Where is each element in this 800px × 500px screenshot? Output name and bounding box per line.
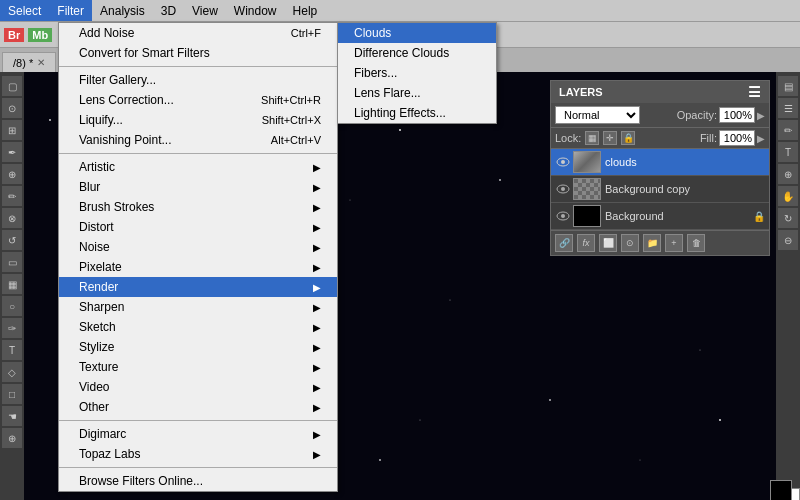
right-tool-2[interactable]: ☰ xyxy=(778,98,798,118)
layer-row-background[interactable]: Background 🔒 xyxy=(551,203,769,230)
layer-new-btn[interactable]: + xyxy=(665,234,683,252)
layers-menu-icon[interactable]: ☰ xyxy=(748,84,761,100)
tool-hand[interactable]: ☚ xyxy=(2,406,22,426)
menu-digimarc[interactable]: Digimarc ▶ xyxy=(59,424,337,444)
svg-point-15 xyxy=(549,399,551,401)
right-tool-1[interactable]: ▤ xyxy=(778,76,798,96)
tool-text[interactable]: T xyxy=(2,340,22,360)
tool-clone[interactable]: ⊗ xyxy=(2,208,22,228)
menu-noise[interactable]: Noise ▶ xyxy=(59,237,337,257)
menu-sharpen-label: Sharpen xyxy=(79,300,124,314)
menu-liquify[interactable]: Liquify... Shift+Ctrl+X xyxy=(59,110,337,130)
right-tool-zoom-out[interactable]: ⊖ xyxy=(778,230,798,250)
layer-link-btn[interactable]: 🔗 xyxy=(555,234,573,252)
menu-vanishing-point-shortcut: Alt+Ctrl+V xyxy=(271,134,321,146)
menu-convert-smart[interactable]: Convert for Smart Filters xyxy=(59,43,337,63)
menu-video[interactable]: Video ▶ xyxy=(59,377,337,397)
menu-window[interactable]: Window xyxy=(226,0,285,21)
foreground-color-swatch[interactable] xyxy=(770,480,792,500)
submenu-clouds[interactable]: Clouds xyxy=(338,23,496,43)
menu-view[interactable]: View xyxy=(184,0,226,21)
menu-artistic[interactable]: Artistic ▶ xyxy=(59,157,337,177)
tool-history[interactable]: ↺ xyxy=(2,230,22,250)
right-tool-rotate[interactable]: ↻ xyxy=(778,208,798,228)
menu-render[interactable]: Render ▶ xyxy=(59,277,337,297)
left-toolbar: ▢ ⊙ ⊞ ✒ ⊕ ✏ ⊗ ↺ ▭ ▦ ○ ✑ T ◇ □ ☚ ⊕ xyxy=(0,72,24,500)
layer-thumb-bg-copy xyxy=(573,178,601,200)
menu-filter-gallery[interactable]: Filter Gallery... xyxy=(59,70,337,90)
layer-thumb-background xyxy=(573,205,601,227)
right-tool-zoom[interactable]: ⊕ xyxy=(778,164,798,184)
menu-sharpen[interactable]: Sharpen ▶ xyxy=(59,297,337,317)
menu-lens-correction[interactable]: Lens Correction... Shift+Ctrl+R xyxy=(59,90,337,110)
layer-fx-btn[interactable]: fx xyxy=(577,234,595,252)
opacity-arrow[interactable]: ▶ xyxy=(757,110,765,121)
tab-close-0[interactable]: ✕ xyxy=(37,57,45,68)
menu-vanishing-point[interactable]: Vanishing Point... Alt+Ctrl+V xyxy=(59,130,337,150)
tool-zoom[interactable]: ⊕ xyxy=(2,428,22,448)
menu-pixelate-label: Pixelate xyxy=(79,260,122,274)
menu-other[interactable]: Other ▶ xyxy=(59,397,337,417)
fill-input[interactable] xyxy=(719,130,755,146)
menu-stylize-label: Stylize xyxy=(79,340,114,354)
menu-texture[interactable]: Texture ▶ xyxy=(59,357,337,377)
opacity-input[interactable] xyxy=(719,107,755,123)
menu-topaz[interactable]: Topaz Labs ▶ xyxy=(59,444,337,464)
svg-point-17 xyxy=(719,419,721,421)
menubar: Select Filter Analysis 3D View Window He… xyxy=(0,0,800,22)
layers-controls: NormalDissolveMultiplyScreenOverlay Opac… xyxy=(551,103,769,128)
menu-pixelate[interactable]: Pixelate ▶ xyxy=(59,257,337,277)
layer-delete-btn[interactable]: 🗑 xyxy=(687,234,705,252)
tool-crop[interactable]: ⊞ xyxy=(2,120,22,140)
layer-group-btn[interactable]: 📁 xyxy=(643,234,661,252)
tool-eyedropper[interactable]: ✒ xyxy=(2,142,22,162)
lock-all-icon[interactable]: 🔒 xyxy=(621,131,635,145)
tool-dodge[interactable]: ○ xyxy=(2,296,22,316)
submenu-fibers[interactable]: Fibers... xyxy=(338,63,496,83)
right-tool-brush[interactable]: ✏ xyxy=(778,120,798,140)
lock-pixels-icon[interactable]: ▦ xyxy=(585,131,599,145)
menu-browse-filters[interactable]: Browse Filters Online... xyxy=(59,471,337,491)
tool-shape[interactable]: □ xyxy=(2,384,22,404)
tool-lasso[interactable]: ⊙ xyxy=(2,98,22,118)
tool-eraser[interactable]: ▭ xyxy=(2,252,22,272)
submenu-lens-flare[interactable]: Lens Flare... xyxy=(338,83,496,103)
menu-add-noise[interactable]: Add Noise Ctrl+F xyxy=(59,23,337,43)
tool-pen[interactable]: ✑ xyxy=(2,318,22,338)
submenu-lighting-effects[interactable]: Lighting Effects... xyxy=(338,103,496,123)
layer-eye-clouds[interactable] xyxy=(555,154,571,170)
tool-brush[interactable]: ✏ xyxy=(2,186,22,206)
layers-panel: LAYERS ☰ NormalDissolveMultiplyScreenOve… xyxy=(550,80,770,256)
menu-brush-strokes[interactable]: Brush Strokes ▶ xyxy=(59,197,337,217)
menu-stylize[interactable]: Stylize ▶ xyxy=(59,337,337,357)
menu-analysis[interactable]: Analysis xyxy=(92,0,153,21)
tool-path[interactable]: ◇ xyxy=(2,362,22,382)
svg-point-20 xyxy=(640,460,641,461)
menu-select[interactable]: Select xyxy=(0,0,49,21)
layer-eye-background[interactable] xyxy=(555,208,571,224)
tool-gradient[interactable]: ▦ xyxy=(2,274,22,294)
submenu-difference-clouds[interactable]: Difference Clouds xyxy=(338,43,496,63)
layer-mask-btn[interactable]: ⬜ xyxy=(599,234,617,252)
tool-select[interactable]: ▢ xyxy=(2,76,22,96)
menu-blur[interactable]: Blur ▶ xyxy=(59,177,337,197)
menu-filter[interactable]: Filter xyxy=(49,0,92,21)
right-tool-text[interactable]: T xyxy=(778,142,798,162)
layer-row-bg-copy[interactable]: Background copy xyxy=(551,176,769,203)
menu-distort[interactable]: Distort ▶ xyxy=(59,217,337,237)
svg-point-4 xyxy=(350,200,351,201)
layer-eye-bg-copy[interactable] xyxy=(555,181,571,197)
menu-sketch[interactable]: Sketch ▶ xyxy=(59,317,337,337)
menu-help[interactable]: Help xyxy=(285,0,326,21)
blend-mode-select[interactable]: NormalDissolveMultiplyScreenOverlay xyxy=(555,106,640,124)
menu-video-arrow: ▶ xyxy=(313,382,321,393)
menu-3d[interactable]: 3D xyxy=(153,0,184,21)
layer-adj-btn[interactable]: ⊙ xyxy=(621,234,639,252)
tool-heal[interactable]: ⊕ xyxy=(2,164,22,184)
fill-arrow[interactable]: ▶ xyxy=(757,133,765,144)
lock-move-icon[interactable]: ✛ xyxy=(603,131,617,145)
tab-0[interactable]: /8) * ✕ xyxy=(2,52,56,72)
layer-row-clouds[interactable]: clouds xyxy=(551,149,769,176)
right-tool-hand[interactable]: ✋ xyxy=(778,186,798,206)
menu-topaz-arrow: ▶ xyxy=(313,449,321,460)
